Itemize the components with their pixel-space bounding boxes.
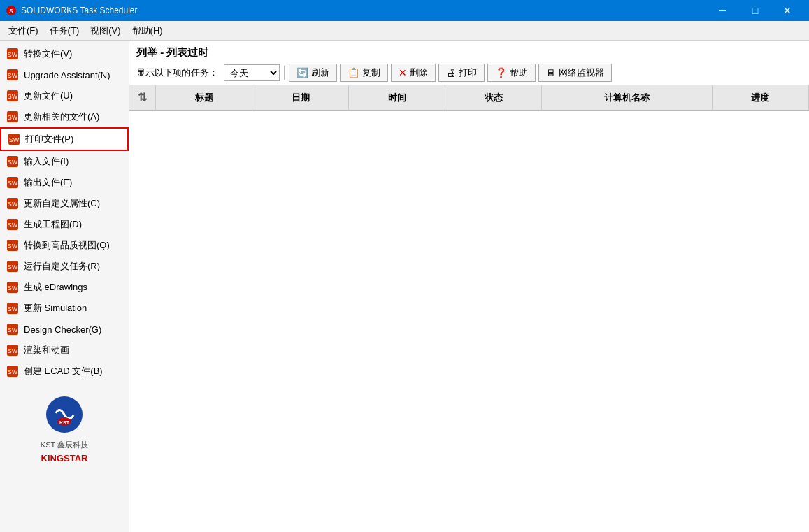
copy-icon: 📋: [348, 67, 359, 78]
col-time[interactable]: 时间: [349, 85, 445, 110]
menu-file[interactable]: 文件(F): [3, 22, 44, 40]
svg-text:SW: SW: [8, 201, 18, 208]
main-layout: SW 转换文件(V) SW Upgrade Assistant(N) SW 更新…: [0, 41, 809, 532]
sidebar-item-upgrade[interactable]: SW Upgrade Assistant(N): [0, 64, 129, 85]
svg-text:SW: SW: [8, 368, 18, 375]
table-area: ⇅ 标题 日期 时间 状态 计算机名称 进度: [129, 85, 809, 532]
sidebar-label-import: 输入文件(I): [24, 155, 69, 168]
sidebar-label-update-props: 更新自定义属性(C): [24, 197, 100, 210]
sidebar-label-convert: 转换文件(V): [24, 48, 72, 60]
app-icon: S: [6, 5, 17, 16]
edrawings-icon: SW: [6, 280, 20, 294]
network-monitor-button[interactable]: 🖥 网络监视器: [538, 64, 612, 82]
logo-kst-text: KST 鑫辰科技: [41, 440, 88, 450]
content-header: 列举 - 列表过时 显示以下项的任务： 今天 本周 本月 全部 🔄 刷新 📋 复…: [129, 41, 809, 85]
svg-text:SW: SW: [8, 159, 18, 166]
col-computer[interactable]: 计算机名称: [542, 85, 713, 110]
col-progress[interactable]: 进度: [712, 85, 808, 110]
design-checker-icon: SW: [6, 322, 20, 336]
title-bar-left: S SOLIDWORKS Task Scheduler: [6, 5, 138, 16]
col-status[interactable]: 状态: [445, 85, 542, 110]
hq-view-icon: SW: [6, 238, 20, 252]
svg-text:SW: SW: [8, 264, 18, 271]
sidebar-item-export[interactable]: SW 输出文件(E): [0, 172, 129, 193]
svg-text:SW: SW: [8, 93, 18, 100]
svg-text:SW: SW: [9, 136, 20, 143]
logo-svg: KST: [45, 396, 84, 434]
sidebar-label-print: 打印文件(P): [25, 133, 73, 145]
svg-text:SW: SW: [8, 222, 18, 229]
menu-help[interactable]: 帮助(H): [127, 22, 169, 40]
sidebar-label-hq-view: 转换到高品质视图(Q): [24, 239, 110, 252]
sidebar-label-update-file: 更新文件(U): [24, 89, 73, 102]
svg-text:SW: SW: [8, 180, 18, 187]
sidebar-item-update-file[interactable]: SW 更新文件(U): [0, 85, 129, 106]
sidebar-label-edrawings: 生成 eDrawings: [24, 281, 87, 294]
print-button[interactable]: 🖨 打印: [438, 64, 485, 82]
content-toolbar: 显示以下项的任务： 今天 本周 本月 全部 🔄 刷新 📋 复制 ✕: [136, 64, 802, 82]
svg-text:SW: SW: [8, 114, 18, 121]
delete-icon: ✕: [399, 67, 407, 78]
col-title[interactable]: 标题: [156, 85, 252, 110]
sidebar-item-design-checker[interactable]: SW Design Checker(G): [0, 319, 129, 340]
close-button[interactable]: ✕: [771, 0, 803, 21]
sidebar-item-update-sim[interactable]: SW 更新 Simulation: [0, 298, 129, 319]
refresh-button[interactable]: 🔄 刷新: [289, 64, 337, 82]
table-header-row: ⇅ 标题 日期 时间 状态 计算机名称 进度: [129, 85, 809, 110]
sidebar-item-edrawings[interactable]: SW 生成 eDrawings: [0, 277, 129, 298]
sidebar-item-print[interactable]: SW 打印文件(P): [0, 127, 129, 151]
col-date[interactable]: 日期: [252, 85, 349, 110]
sidebar-item-ecad[interactable]: SW 创建 ECAD 文件(B): [0, 361, 129, 382]
svg-text:SW: SW: [8, 51, 18, 58]
toolbar-separator-1: [284, 66, 285, 80]
sidebar-item-update-related[interactable]: SW 更新相关的文件(A): [0, 106, 129, 127]
refresh-label: 刷新: [311, 66, 329, 79]
print-label: 打印: [459, 66, 477, 79]
task-filter-dropdown[interactable]: 今天 本周 本月 全部: [224, 64, 280, 81]
sidebar-label-design-checker: Design Checker(G): [24, 324, 101, 335]
sidebar-label-render: 渲染和动画: [24, 344, 69, 357]
sidebar-item-hq-view[interactable]: SW 转换到高品质视图(Q): [0, 235, 129, 256]
copy-label: 复制: [362, 66, 380, 79]
copy-button[interactable]: 📋 复制: [340, 64, 388, 82]
svg-text:SW: SW: [8, 326, 18, 333]
sidebar-item-update-props[interactable]: SW 更新自定义属性(C): [0, 193, 129, 214]
sidebar-item-import[interactable]: SW 输入文件(I): [0, 151, 129, 172]
sidebar-item-drawing[interactable]: SW 生成工程图(D): [0, 214, 129, 235]
sidebar-label-ecad: 创建 ECAD 文件(B): [24, 365, 103, 378]
menu-task[interactable]: 任务(T): [44, 22, 85, 40]
help-button[interactable]: ❓ 帮助: [487, 64, 536, 82]
sort-icon: ⇅: [138, 92, 147, 103]
maximize-button[interactable]: □: [739, 0, 771, 21]
help-icon: ❓: [495, 67, 507, 78]
network-icon: 🖥: [546, 67, 556, 78]
content-title: 列举 - 列表过时: [136, 46, 802, 59]
window-controls: ─ □ ✕: [707, 0, 803, 21]
menu-view[interactable]: 视图(V): [85, 22, 126, 40]
sidebar-label-export: 输出文件(E): [24, 176, 72, 189]
sidebar-label-custom-task: 运行自定义任务(R): [24, 260, 100, 273]
app-title: SOLIDWORKS Task Scheduler: [21, 6, 138, 15]
render-icon: SW: [6, 343, 20, 357]
toolbar-show-label: 显示以下项的任务：: [136, 66, 218, 79]
title-bar: S SOLIDWORKS Task Scheduler ─ □ ✕: [0, 0, 809, 21]
col-sort[interactable]: ⇅: [129, 85, 156, 110]
sidebar-logo: KST KST 鑫辰科技 KINGSTAR: [0, 382, 129, 477]
sidebar-item-custom-task[interactable]: SW 运行自定义任务(R): [0, 256, 129, 277]
custom-task-icon: SW: [6, 259, 20, 273]
sidebar-item-render[interactable]: SW 渲染和动画: [0, 340, 129, 361]
upgrade-icon: SW: [6, 68, 20, 82]
sidebar-label-drawing: 生成工程图(D): [24, 218, 82, 231]
svg-text:SW: SW: [8, 285, 18, 292]
sidebar-item-convert[interactable]: SW 转换文件(V): [0, 43, 129, 64]
sidebar: SW 转换文件(V) SW Upgrade Assistant(N) SW 更新…: [0, 41, 129, 532]
svg-text:S: S: [9, 8, 13, 15]
content-area: 列举 - 列表过时 显示以下项的任务： 今天 本周 本月 全部 🔄 刷新 📋 复…: [129, 41, 809, 532]
delete-label: 删除: [410, 66, 428, 79]
delete-button[interactable]: ✕ 删除: [391, 64, 436, 82]
tasks-table: ⇅ 标题 日期 时间 状态 计算机名称 进度: [129, 85, 809, 111]
ecad-icon: SW: [6, 364, 20, 378]
logo-name-text: KINGSTAR: [41, 453, 88, 463]
menu-bar: 文件(F) 任务(T) 视图(V) 帮助(H): [0, 21, 809, 41]
minimize-button[interactable]: ─: [707, 0, 739, 21]
